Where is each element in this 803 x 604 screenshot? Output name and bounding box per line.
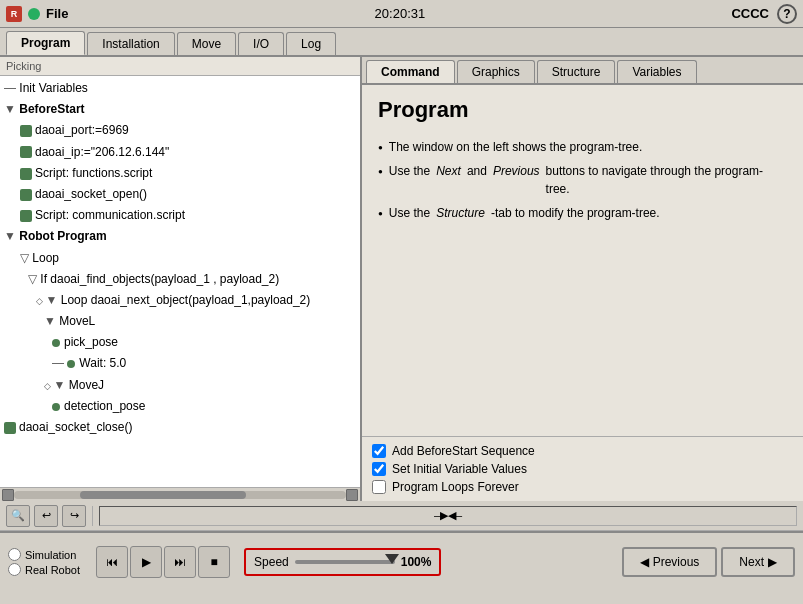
previous-button[interactable]: ◀ Previous [622, 547, 718, 577]
tree-if-daoai[interactable]: ▽ If daoai_find_objects(payload_1 , payl… [4, 269, 356, 290]
real-robot-radio[interactable] [8, 563, 21, 576]
tree-daoai-port[interactable]: daoai_port:=6969 [4, 120, 356, 141]
toolbar-separator [92, 506, 93, 526]
file-label: File [46, 6, 68, 21]
tab-move[interactable]: Move [177, 32, 236, 55]
set-initial-label: Set Initial Variable Values [392, 462, 527, 476]
help-button[interactable]: ? [777, 4, 797, 24]
tree-socket-open[interactable]: daoai_socket_open() [4, 184, 356, 205]
scrollbar-track[interactable] [14, 491, 346, 499]
tree-loop[interactable]: ▽ Loop [4, 248, 356, 269]
right-content: Program The window on the left shows the… [362, 83, 803, 436]
simulation-radio[interactable] [8, 548, 21, 561]
tab-graphics[interactable]: Graphics [457, 60, 535, 83]
tree-movej[interactable]: ◇ ▼ MoveJ [4, 375, 356, 396]
right-panel: Command Graphics Structure Variables Pro… [362, 57, 803, 501]
tab-program[interactable]: Program [6, 31, 85, 55]
content-bullets: The window on the left shows the program… [378, 135, 787, 225]
skip-forward-button[interactable]: ⏭ [164, 546, 196, 578]
status-dot [28, 8, 40, 20]
title-bar: R File 20:20:31 CCCC ? [0, 0, 803, 28]
speed-track [295, 560, 395, 564]
play-button[interactable]: ▶ [130, 546, 162, 578]
tab-io[interactable]: I/O [238, 32, 284, 55]
tree-daoai-ip[interactable]: daoai_ip:="206.12.6.144" [4, 142, 356, 163]
search-icon[interactable]: 🔍 [6, 505, 30, 527]
tab-installation[interactable]: Installation [87, 32, 174, 55]
checkbox-add-before-start[interactable]: Add BeforeStart Sequence [372, 442, 793, 460]
simulation-label: Simulation [25, 549, 76, 561]
left-panel-header: Picking [0, 57, 360, 76]
mode-selection: Simulation Real Robot [0, 548, 88, 576]
skip-back-button[interactable]: ⏮ [96, 546, 128, 578]
time-display: 20:20:31 [68, 6, 731, 21]
tab-variables[interactable]: Variables [617, 60, 696, 83]
bullet-2: Use the Next and Previous buttons to nav… [378, 159, 787, 201]
transport-controls: ⏮ ▶ ⏭ ■ [88, 546, 238, 578]
tree-socket-close[interactable]: daoai_socket_close() [4, 417, 356, 438]
scroll-right-btn[interactable] [346, 489, 358, 501]
tree-before-start[interactable]: ▼ BeforeStart [4, 99, 356, 120]
tree-script-communication[interactable]: Script: communication.script [4, 205, 356, 226]
tree-wait[interactable]: — Wait: 5.0 [4, 353, 356, 374]
tree-script-functions[interactable]: Script: functions.script [4, 163, 356, 184]
checkbox-set-initial[interactable]: Set Initial Variable Values [372, 460, 793, 478]
add-before-start-label: Add BeforeStart Sequence [392, 444, 535, 458]
checkboxes-area: Add BeforeStart Sequence Set Initial Var… [362, 436, 803, 501]
tree-movel[interactable]: ▼ MoveL [4, 311, 356, 332]
tree-loop-daoai[interactable]: ◇ ▼ Loop daoai_next_object(payload_1,pay… [4, 290, 356, 311]
left-panel: Picking — Init Variables ▼ BeforeStart d… [0, 57, 362, 501]
set-initial-checkbox[interactable] [372, 462, 386, 476]
add-before-start-checkbox[interactable] [372, 444, 386, 458]
top-tabs: Program Installation Move I/O Log [0, 28, 803, 55]
bullet-1: The window on the left shows the program… [378, 135, 787, 159]
bullet-3: Use the Structure-tab to modify the prog… [378, 201, 787, 225]
tab-log[interactable]: Log [286, 32, 336, 55]
title-bar-right: CCCC ? [731, 4, 797, 24]
tab-command[interactable]: Command [366, 60, 455, 83]
tree-detection-pose[interactable]: detection_pose [4, 396, 356, 417]
stop-button[interactable]: ■ [198, 546, 230, 578]
bottom-bar: Simulation Real Robot ⏮ ▶ ⏭ ■ Speed 100%… [0, 531, 803, 591]
program-loops-checkbox[interactable] [372, 480, 386, 494]
speed-marker-icon [385, 554, 399, 564]
title-bar-left: R File [6, 6, 68, 22]
simulation-radio-row[interactable]: Simulation [8, 548, 80, 561]
speed-control: Speed 100% [244, 548, 441, 576]
undo-button[interactable]: ↩ [34, 505, 58, 527]
status-text: CCCC [731, 6, 769, 21]
right-tabs: Command Graphics Structure Variables [362, 57, 803, 83]
tab-structure[interactable]: Structure [537, 60, 616, 83]
speed-value: 100% [401, 555, 432, 569]
checkbox-program-loops[interactable]: Program Loops Forever [372, 478, 793, 496]
content-title: Program [378, 97, 787, 123]
nav-buttons: ◀ Previous Next ▶ [622, 547, 803, 577]
speed-label: Speed [254, 555, 289, 569]
redo-button[interactable]: ↪ [62, 505, 86, 527]
tree-robot-program[interactable]: ▼ Robot Program [4, 226, 356, 247]
main-area: Picking — Init Variables ▼ BeforeStart d… [0, 55, 803, 501]
scrollbar-thumb[interactable] [80, 491, 246, 499]
app-icon: R [6, 6, 22, 22]
scroll-left-btn[interactable] [2, 489, 14, 501]
real-robot-radio-row[interactable]: Real Robot [8, 563, 80, 576]
tree-init-variables[interactable]: — Init Variables [4, 78, 356, 99]
next-arrow-icon: ▶ [768, 555, 777, 569]
speed-slider-container[interactable] [295, 554, 395, 570]
real-robot-label: Real Robot [25, 564, 80, 576]
tree-pick-pose[interactable]: pick_pose [4, 332, 356, 353]
program-loops-label: Program Loops Forever [392, 480, 519, 494]
program-tree[interactable]: — Init Variables ▼ BeforeStart daoai_por… [0, 76, 360, 487]
panel-title: Picking [6, 60, 41, 72]
horizontal-scrollbar[interactable] [0, 487, 360, 501]
prev-arrow-icon: ◀ [640, 555, 649, 569]
tool-bar: 🔍 ↩ ↪ [0, 501, 803, 531]
next-button[interactable]: Next ▶ [721, 547, 795, 577]
toolbar-input[interactable] [99, 506, 797, 526]
